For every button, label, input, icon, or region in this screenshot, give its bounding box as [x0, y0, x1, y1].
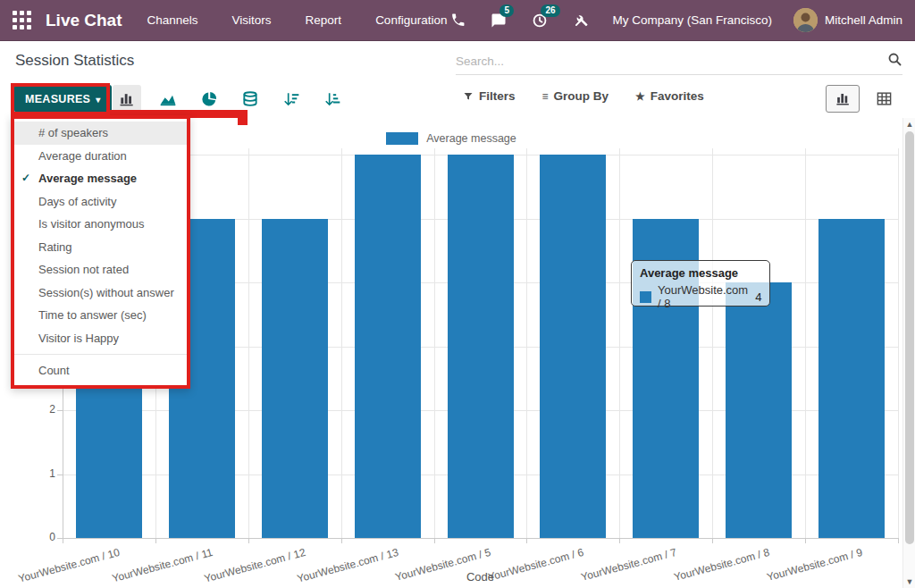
scroll-up-arrow[interactable]: ▲ — [903, 118, 915, 130]
search-input[interactable] — [456, 55, 887, 68]
gridline-x-6 — [619, 148, 620, 538]
legend-label: Average message — [426, 132, 516, 145]
scrollbar-thumb[interactable] — [905, 131, 914, 544]
messages-icon[interactable]: 5 — [489, 11, 508, 30]
measure-item-session-s-without-answer[interactable]: Session(s) without answer — [14, 281, 187, 305]
pie-chart-mode-button[interactable] — [195, 85, 223, 113]
pivot-view-button[interactable] — [867, 85, 901, 113]
measures-dropdown: # of speakersAverage duration✓Average me… — [11, 115, 190, 389]
tools-icon[interactable] — [571, 11, 591, 30]
measure-item-is-visitor-anonymous[interactable]: Is visitor anonymous — [14, 213, 187, 236]
activities-badge: 26 — [541, 4, 559, 17]
bar-yourwebsite-com-5[interactable] — [448, 155, 514, 538]
caret-down-icon: ▾ — [96, 95, 100, 105]
navbar-menu: ChannelsVisitorsReportConfiguration — [147, 13, 448, 27]
sort-descending-button[interactable] — [277, 85, 306, 113]
chart-type-tools — [113, 85, 347, 113]
measure-item--of-speakers[interactable]: # of speakers — [14, 122, 187, 145]
gridline-x-7 — [712, 148, 713, 538]
gridline-x-5 — [526, 148, 527, 538]
bar-yourwebsite-com-12[interactable] — [262, 219, 328, 539]
nav-item-report[interactable]: Report — [306, 13, 342, 27]
star-icon: ★ — [635, 90, 645, 103]
ytick-label-1: 1 — [25, 467, 55, 480]
gridline-x-4 — [434, 148, 435, 538]
user-name: Mitchell Admin — [825, 13, 902, 27]
chart-tooltip: Average message YourWebsite.com / 8 4 — [631, 260, 770, 307]
view-switcher — [826, 85, 901, 113]
navbar-right: 5 26 My Company (San Francisco) Mitchell… — [448, 8, 902, 32]
page-title: Session Statistics — [15, 52, 134, 70]
company-switcher[interactable]: My Company (San Francisco) — [612, 13, 772, 27]
tooltip-row: YourWebsite.com / 8 4 — [640, 283, 761, 310]
search-facets: Filters ≡ Group By ★ Favorites — [463, 89, 704, 103]
tooltip-title: Average message — [640, 266, 761, 280]
ytick-label-0: 0 — [25, 531, 55, 543]
graph-view-button[interactable] — [826, 85, 860, 113]
bar-yourwebsite-com-6[interactable] — [540, 155, 606, 538]
tooltip-series-label: YourWebsite.com / 8 — [658, 283, 748, 310]
nav-item-visitors[interactable]: Visitors — [232, 13, 272, 27]
check-icon: ✓ — [21, 167, 30, 190]
measure-item-rating[interactable]: Rating — [14, 236, 187, 259]
graph-toolbar: MEASURES▾ Filters — [0, 80, 915, 118]
measure-item-count[interactable]: Count — [14, 359, 187, 382]
line-chart-mode-button[interactable] — [154, 85, 182, 113]
measure-item-session-not-rated[interactable]: Session not rated — [14, 258, 187, 281]
tooltip-color-box — [640, 291, 651, 303]
xtick-mark-9 — [898, 538, 899, 543]
gridline-x-2 — [248, 148, 249, 538]
search-bar — [456, 48, 902, 75]
apps-grid-icon[interactable] — [13, 11, 31, 29]
top-navbar: Live Chat ChannelsVisitorsReportConfigur… — [0, 0, 915, 41]
bar-yourwebsite-com-8[interactable] — [726, 282, 792, 538]
phone-icon[interactable] — [448, 11, 467, 30]
measures-button[interactable]: MEASURES▾ — [14, 85, 112, 113]
user-menu[interactable]: Mitchell Admin — [793, 8, 902, 32]
bar-yourwebsite-com-13[interactable] — [355, 155, 421, 538]
messages-badge: 5 — [499, 4, 514, 17]
nav-item-channels[interactable]: Channels — [147, 13, 198, 27]
tooltip-value: 4 — [755, 290, 761, 304]
legend-color-box — [386, 132, 418, 145]
group-by-button[interactable]: ≡ Group By — [542, 89, 609, 103]
app-title[interactable]: Live Chat — [46, 11, 122, 30]
measure-item-days-of-activity[interactable]: Days of activity — [14, 190, 187, 214]
gridline-x-9 — [898, 148, 899, 538]
measure-item-average-message[interactable]: ✓Average message — [14, 167, 187, 190]
sort-ascending-button[interactable] — [318, 85, 347, 113]
bars-icon: ≡ — [542, 90, 549, 103]
bar-yourwebsite-com-9[interactable] — [818, 219, 885, 539]
measure-item-average-duration[interactable]: Average duration — [14, 145, 187, 168]
nav-item-configuration[interactable]: Configuration — [375, 13, 447, 27]
bar-chart-mode-button[interactable] — [113, 85, 141, 113]
activities-clock-icon[interactable]: 26 — [530, 11, 550, 30]
measure-item-time-to-answer-sec-[interactable]: Time to answer (sec) — [14, 304, 187, 327]
gridline-x-3 — [341, 148, 342, 538]
scroll-down-arrow[interactable]: ▼ — [903, 575, 915, 588]
control-panel-top: Session Statistics — [0, 41, 915, 80]
stacked-toggle-button[interactable] — [236, 85, 264, 113]
vertical-scrollbar[interactable]: ▲ ▼ — [902, 118, 915, 588]
user-avatar — [793, 8, 818, 32]
app-window: Live Chat ChannelsVisitorsReportConfigur… — [0, 0, 915, 588]
menu-divider — [14, 354, 187, 355]
gridline-x-8 — [805, 148, 806, 538]
search-icon[interactable] — [887, 52, 902, 71]
measure-item-visitor-is-happy[interactable]: Visitor is Happy — [14, 327, 187, 350]
filters-button[interactable]: Filters — [463, 89, 516, 103]
ytick-label-2: 2 — [25, 403, 55, 416]
favorites-button[interactable]: ★ Favorites — [635, 89, 704, 103]
x-axis-line — [63, 538, 898, 539]
